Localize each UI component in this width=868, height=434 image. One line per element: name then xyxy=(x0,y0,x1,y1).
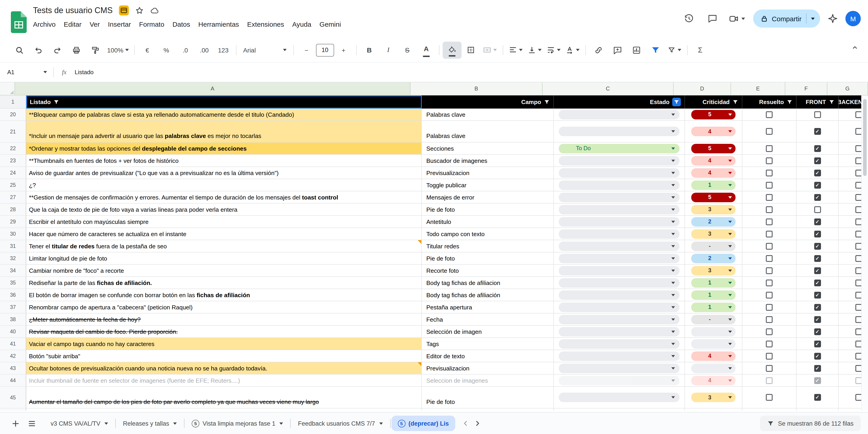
estado-dropdown[interactable] xyxy=(559,266,680,275)
cell-criticidad[interactable]: 5 xyxy=(685,191,742,204)
insert-chart-icon[interactable] xyxy=(627,42,646,58)
estado-dropdown[interactable] xyxy=(559,351,680,361)
row-number[interactable]: 24 xyxy=(0,167,26,179)
empty-cell[interactable] xyxy=(26,408,422,411)
menu-ver[interactable]: Ver xyxy=(86,18,104,30)
horizontal-align-icon[interactable] xyxy=(506,42,525,58)
cell-criticidad[interactable]: - xyxy=(685,240,742,252)
row-number[interactable]: 27 xyxy=(0,191,26,204)
menu-gemini[interactable]: Gemini xyxy=(315,18,345,30)
cell-campo[interactable]: Tags xyxy=(422,338,554,350)
row-number[interactable]: 38 xyxy=(0,314,26,326)
cell-criticidad[interactable]: 1 xyxy=(685,277,742,289)
filter-funnel-icon[interactable] xyxy=(53,99,59,105)
sheet-tab[interactable]: Feedback usuarios CMS 7/7 xyxy=(291,416,389,431)
criticidad-dropdown[interactable]: 2 xyxy=(691,217,736,226)
empty-cell[interactable] xyxy=(797,408,839,411)
resuelto-checkbox[interactable] xyxy=(766,243,773,250)
cell-listado[interactable]: Renombrar campo de apertura a "cabecera"… xyxy=(26,301,422,314)
menu-datos[interactable]: Datos xyxy=(168,18,194,30)
cell-criticidad[interactable]: 1 xyxy=(685,179,742,191)
cell-listado[interactable]: Limitar longitud de pie de foto xyxy=(26,252,422,265)
estado-dropdown[interactable] xyxy=(559,302,680,312)
resuelto-checkbox[interactable] xyxy=(766,328,773,335)
criticidad-dropdown[interactable] xyxy=(691,339,736,348)
resuelto-checkbox[interactable] xyxy=(766,255,773,262)
estado-dropdown[interactable] xyxy=(559,327,680,336)
estado-dropdown[interactable] xyxy=(559,229,680,239)
cell-campo[interactable]: Toggle publicar xyxy=(422,179,554,191)
print-icon[interactable] xyxy=(67,42,86,58)
front-checkbox[interactable] xyxy=(814,279,821,286)
criticidad-dropdown[interactable]: 3 xyxy=(691,266,736,275)
resuelto-checkbox[interactable] xyxy=(766,169,773,176)
strikethrough-button[interactable]: S xyxy=(398,42,417,58)
cell-listado[interactable]: Aviso de guardar antes de previsualizar … xyxy=(26,167,422,179)
cell-campo[interactable]: Previsualizacion xyxy=(422,167,554,179)
row-number[interactable]: 30 xyxy=(0,228,26,240)
cell-listado[interactable]: Aumentar el tamaño del campo de los pies… xyxy=(26,387,422,408)
row-number[interactable] xyxy=(0,408,26,411)
insert-comment-icon[interactable] xyxy=(608,42,627,58)
front-checkbox[interactable] xyxy=(814,365,821,372)
estado-dropdown[interactable] xyxy=(559,156,680,165)
resuelto-checkbox[interactable] xyxy=(766,128,773,135)
criticidad-dropdown[interactable]: 4 xyxy=(691,127,736,136)
row-number[interactable]: 29 xyxy=(0,216,26,228)
cell-listado[interactable]: Ocultar botones de previsualización cuan… xyxy=(26,362,422,375)
cell-estado[interactable] xyxy=(554,191,685,204)
cell-criticidad[interactable]: 3 xyxy=(685,387,742,408)
cell-criticidad[interactable]: 4 xyxy=(685,155,742,167)
cell-campo[interactable]: Buscador de imagenes xyxy=(422,155,554,167)
cell-criticidad[interactable] xyxy=(685,362,742,375)
decrease-font-size-button[interactable]: − xyxy=(297,42,316,58)
cell-listado[interactable]: **Gestion de mensajes de confirmación y … xyxy=(26,191,422,204)
menu-editar[interactable]: Editar xyxy=(60,18,86,30)
front-checkbox[interactable] xyxy=(814,377,821,384)
cell-criticidad[interactable]: 4 xyxy=(685,121,742,143)
row-number[interactable]: 35 xyxy=(0,277,26,289)
cell-listado[interactable]: Vaciar el campo tags cuando no hay carac… xyxy=(26,338,422,350)
text-color-button[interactable]: A xyxy=(417,41,436,59)
column-header-A[interactable]: A xyxy=(15,82,410,95)
criticidad-dropdown[interactable]: 1 xyxy=(691,278,736,287)
filter-funnel-icon[interactable] xyxy=(544,99,550,105)
increase-decimal-button[interactable]: .00 xyxy=(195,42,214,58)
estado-dropdown[interactable] xyxy=(559,254,680,263)
sheet-tab[interactable]: Releases y tallas xyxy=(117,416,183,431)
italic-button[interactable]: I xyxy=(379,42,398,58)
criticidad-dropdown[interactable]: 3 xyxy=(691,205,736,214)
cell-criticidad[interactable]: 5 xyxy=(685,109,742,121)
avatar[interactable]: M xyxy=(845,11,861,26)
row-number[interactable]: 43 xyxy=(0,362,26,375)
row-number[interactable]: 20 xyxy=(0,109,26,121)
resuelto-checkbox[interactable] xyxy=(766,394,773,401)
resuelto-checkbox[interactable] xyxy=(766,365,773,372)
criticidad-dropdown[interactable]: 3 xyxy=(691,393,736,402)
add-sheet-button[interactable] xyxy=(7,415,24,432)
header-cell-front[interactable]: FRONT xyxy=(797,95,839,109)
criticidad-dropdown[interactable] xyxy=(691,364,736,373)
cell-campo[interactable]: Fecha xyxy=(422,314,554,326)
filter-funnel-icon[interactable] xyxy=(672,98,681,106)
gemini-spark-icon[interactable] xyxy=(826,9,840,28)
resuelto-checkbox[interactable] xyxy=(766,230,773,237)
criticidad-dropdown[interactable]: 3 xyxy=(691,229,736,239)
cell-listado[interactable]: ¿? xyxy=(26,179,422,191)
cell-criticidad[interactable]: 4 xyxy=(685,350,742,362)
front-checkbox[interactable] xyxy=(814,128,821,135)
criticidad-dropdown[interactable]: 4 xyxy=(691,168,736,177)
front-checkbox[interactable] xyxy=(814,230,821,237)
cell-listado[interactable]: Escribir el antetítulo con mayúsculas si… xyxy=(26,216,422,228)
cell-criticidad[interactable]: 3 xyxy=(685,228,742,240)
criticidad-dropdown[interactable]: 1 xyxy=(691,290,736,300)
resuelto-checkbox[interactable] xyxy=(766,111,773,118)
cell-estado[interactable] xyxy=(554,216,685,228)
estado-dropdown[interactable] xyxy=(559,180,680,190)
criticidad-dropdown[interactable]: - xyxy=(691,241,736,251)
menu-ayuda[interactable]: Ayuda xyxy=(288,18,315,30)
cell-listado[interactable]: Tener el titular de redes fuera de la pe… xyxy=(26,240,422,252)
scrollbar-thumb[interactable] xyxy=(863,99,867,176)
cell-campo[interactable]: Body tag fichas de afiliacion xyxy=(422,277,554,289)
front-checkbox[interactable] xyxy=(814,218,821,225)
